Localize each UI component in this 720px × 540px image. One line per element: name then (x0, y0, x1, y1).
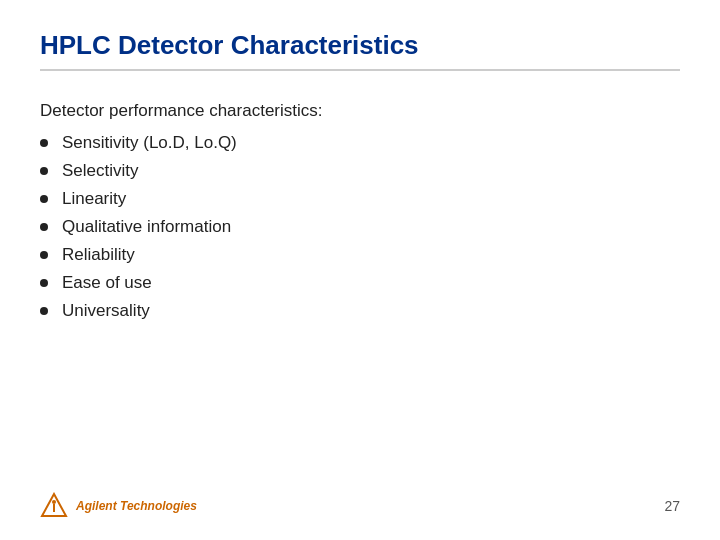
list-item-text: Universality (62, 301, 150, 321)
logo-text: Agilent Technologies (76, 499, 197, 513)
list-item: Universality (40, 301, 680, 321)
bullet-list: Sensitivity (Lo.D, Lo.Q)SelectivityLinea… (40, 133, 680, 321)
list-item: Qualitative information (40, 217, 680, 237)
bullet-dot-icon (40, 307, 48, 315)
bullet-dot-icon (40, 251, 48, 259)
list-item: Reliability (40, 245, 680, 265)
slide-footer: Agilent Technologies 27 (40, 492, 680, 520)
slide-title: HPLC Detector Characteristics (40, 30, 680, 71)
bullet-dot-icon (40, 223, 48, 231)
agilent-logo-icon (40, 492, 68, 520)
list-item-text: Reliability (62, 245, 135, 265)
svg-point-1 (52, 500, 56, 504)
list-item-text: Sensitivity (Lo.D, Lo.Q) (62, 133, 237, 153)
intro-text: Detector performance characteristics: (40, 101, 680, 121)
logo-area: Agilent Technologies (40, 492, 197, 520)
list-item-text: Qualitative information (62, 217, 231, 237)
list-item-text: Linearity (62, 189, 126, 209)
bullet-dot-icon (40, 139, 48, 147)
bullet-dot-icon (40, 279, 48, 287)
list-item-text: Selectivity (62, 161, 139, 181)
list-item: Selectivity (40, 161, 680, 181)
bullet-dot-icon (40, 167, 48, 175)
title-bar: HPLC Detector Characteristics (40, 30, 680, 71)
bullet-dot-icon (40, 195, 48, 203)
page-number: 27 (664, 498, 680, 514)
slide-content: Detector performance characteristics: Se… (40, 101, 680, 321)
list-item: Sensitivity (Lo.D, Lo.Q) (40, 133, 680, 153)
list-item: Linearity (40, 189, 680, 209)
slide: HPLC Detector Characteristics Detector p… (0, 0, 720, 540)
list-item: Ease of use (40, 273, 680, 293)
list-item-text: Ease of use (62, 273, 152, 293)
